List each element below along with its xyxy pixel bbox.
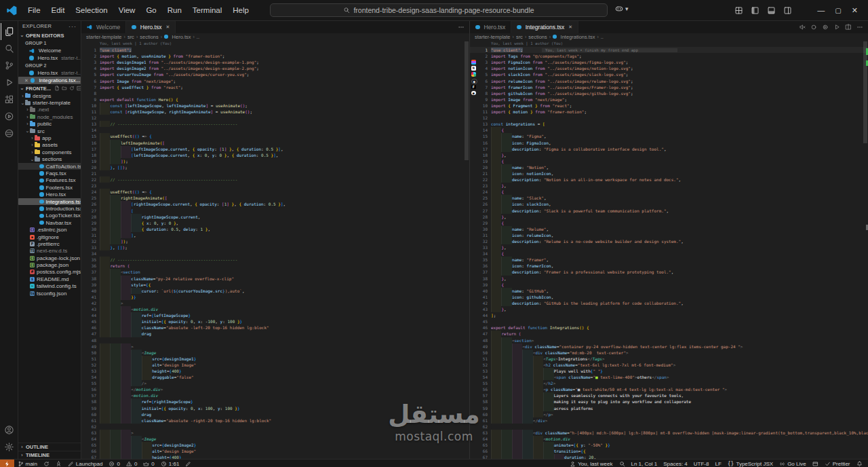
code-editor[interactable]: You, last week | 1 author (You)1"use cli… <box>81 40 469 459</box>
code-line[interactable]: 17description: "Figma is a collaborative… <box>470 146 868 152</box>
code-line[interactable]: 19]); <box>81 158 469 164</box>
code-line[interactable]: 30name: "Relume", <box>470 226 868 232</box>
code-line[interactable]: 50<Image <box>81 350 469 356</box>
tree-item-tsconfig.json[interactable]: tstsconfig.json <box>18 290 81 297</box>
split-icon[interactable] <box>845 24 852 31</box>
code-line[interactable]: 43<motion.div <box>81 306 469 312</box>
code-line[interactable]: 31], <box>81 232 469 238</box>
tree-item-package-lock.json[interactable]: {}package-lock.json <box>18 255 81 261</box>
open-editor-item[interactable]: ✕Integrations.tsx... <box>18 77 81 84</box>
code-line[interactable]: 54<span className="■ text-lime-400">othe… <box>470 374 868 380</box>
code-line[interactable]: 62 <box>81 424 469 430</box>
tree-item-sections[interactable]: ⌄sections <box>18 156 81 163</box>
code-line[interactable]: 37<section <box>81 269 469 275</box>
status-encoding[interactable]: UTF-8 <box>690 460 712 467</box>
status-prettier[interactable]: Prettier <box>821 460 853 467</box>
status-go-live[interactable]: Go Live <box>776 460 810 467</box>
code-line[interactable]: 26icon: slackIcon, <box>470 201 868 207</box>
code-line[interactable]: 24useEffect(() => { <box>81 189 469 195</box>
breadcrumb-segment[interactable]: sections <box>528 34 547 40</box>
tree-item-node_modules[interactable]: ›node_modules <box>18 113 81 120</box>
mute-icon[interactable] <box>799 24 806 31</box>
code-line[interactable]: 35// -----------------------------------… <box>81 257 469 263</box>
status-edit-indicator[interactable] <box>182 460 195 467</box>
code-line[interactable]: 52<h2 className="text-6xl lg:text-7xl mt… <box>470 362 868 368</box>
new-folder-icon[interactable] <box>62 86 67 91</box>
tree-item-Navbar.tsx[interactable]: Navbar.tsx <box>18 219 81 226</box>
code-line[interactable]: 47return ( <box>470 331 868 337</box>
code-line[interactable]: 67duration: 20, <box>470 454 868 459</box>
breadcrumb-segment[interactable]: src <box>127 34 134 40</box>
code-line[interactable]: 38className="py-24 relative overflow-x-c… <box>81 276 469 282</box>
tree-item-README.md[interactable]: iREADME.md <box>18 276 81 282</box>
code-line[interactable]: 14 <box>81 127 469 133</box>
code-line[interactable]: 39{ <box>470 282 868 288</box>
breadcrumb-segment[interactable]: starter-template <box>475 34 511 40</box>
breadcrumb-segment[interactable]: sections <box>140 34 159 40</box>
tree-item-.eslintrc.json[interactable]: {}.eslintrc.json <box>18 226 81 233</box>
layout-grid-icon[interactable] <box>734 6 743 15</box>
code-line[interactable]: 32description: "Relume is a no-code webs… <box>470 238 868 244</box>
code-line[interactable]: 56<p className="■ text-white/50 mt-4 tex… <box>470 386 868 392</box>
menu-go[interactable]: Go <box>140 4 161 16</box>
status-browser-preview[interactable] <box>809 460 821 467</box>
code-line[interactable]: 25name: "Slack", <box>470 195 868 201</box>
status-git-branch[interactable]: main <box>14 460 40 467</box>
status-eol[interactable]: LF <box>712 460 724 467</box>
activity-live-server-icon[interactable] <box>1 108 18 125</box>
menu-edit[interactable]: Edit <box>46 4 71 16</box>
more-icon[interactable] <box>458 24 465 31</box>
status-gitlens-blame[interactable]: You, last week <box>567 460 616 467</box>
code-line[interactable]: 36return ( <box>81 263 469 269</box>
tree-item-Hero.tsx[interactable]: Hero.tsx <box>18 191 81 198</box>
tab-Hero.tsx[interactable]: Hero.tsx✕ <box>126 21 176 33</box>
code-line[interactable]: 15name: "Figma", <box>470 133 868 139</box>
code-line[interactable]: 57Layers seamlessly connects with your f… <box>470 392 868 398</box>
code-line[interactable]: 42> <box>81 300 469 306</box>
tree-item-app[interactable]: ›app <box>18 134 81 141</box>
code-line[interactable]: 21icon: notionIcon, <box>470 170 868 176</box>
code-line[interactable]: 18}, <box>470 152 868 158</box>
code-line[interactable]: 22description: "Notion is an all-in-one … <box>470 176 868 183</box>
activity-source-control-icon[interactable] <box>1 57 18 74</box>
circle-icon[interactable] <box>810 24 817 31</box>
tree-item-next-env.d.ts[interactable]: TSnext-env.d.ts <box>18 248 81 255</box>
panel-right-icon[interactable] <box>783 6 792 15</box>
code-line[interactable]: 1"use client"; <box>81 47 469 53</box>
code-line[interactable]: 28}, <box>470 214 868 220</box>
status-time-tracker[interactable]: 1:61 <box>157 460 182 467</box>
close-icon[interactable]: ✕ <box>165 24 170 30</box>
code-line[interactable]: 46export default function Integrations()… <box>470 324 868 331</box>
code-line[interactable]: 29{ x: 0, y: 0 }, <box>81 220 469 226</box>
code-line[interactable]: 2import { motion, useAnimate } from "fra… <box>81 53 469 59</box>
tree-item-CallToAction.tsx[interactable]: CallToAction.tsx <box>18 163 81 170</box>
code-line[interactable]: 16icon: FigmaIcon, <box>470 140 868 146</box>
menu-view[interactable]: View <box>113 4 141 16</box>
code-line[interactable]: 53height={400} <box>81 368 469 374</box>
code-line[interactable]: 39style={{ <box>81 282 469 288</box>
code-line[interactable]: 58ref={rightImageScope} <box>81 398 469 405</box>
panel-outline[interactable]: ›OUTLINE <box>18 443 81 451</box>
code-line[interactable]: 48 <box>81 337 469 343</box>
code-line[interactable]: ●6import relumeIcon from "../assets/imag… <box>470 78 868 84</box>
code-line[interactable]: 64<Image <box>81 436 469 442</box>
code-line[interactable]: 12 <box>81 115 469 121</box>
maximize-button[interactable]: ▢ <box>835 7 841 14</box>
open-editors-header[interactable]: ⌄ OPEN EDITORS <box>18 31 81 39</box>
minimize-button[interactable]: — <box>817 6 825 14</box>
tree-item-designs[interactable]: ›designs <box>18 92 81 99</box>
tree-item-postcss.config.mjs[interactable]: #postcss.config.mjs <box>18 269 81 276</box>
code-line[interactable]: 18[leftImageScope.current, { x: 0, y: 0 … <box>81 152 469 158</box>
code-line[interactable]: 32]); <box>81 238 469 244</box>
code-line[interactable]: 27[ <box>81 208 469 214</box>
code-line[interactable]: 10const [leftImageScope, leftImageAnimat… <box>81 102 469 109</box>
code-line[interactable]: 2import Tags from "@/components/Tags"; <box>470 53 868 59</box>
tree-item-.next[interactable]: ›.next <box>18 107 81 113</box>
code-line[interactable]: 5import slackIcon from "../assets/images… <box>470 71 868 77</box>
status-notifications[interactable] <box>853 460 865 467</box>
tree-item-Features.tsx[interactable]: Features.tsx <box>18 177 81 184</box>
close-icon[interactable]: ✕ <box>24 78 28 83</box>
activity-run-debug-icon[interactable] <box>1 74 18 91</box>
tab-Integrations.tsx[interactable]: Integrations.tsx✕ <box>511 21 578 33</box>
tree-item-LogoTicker.tsx[interactable]: LogoTicker.tsx <box>18 212 81 219</box>
